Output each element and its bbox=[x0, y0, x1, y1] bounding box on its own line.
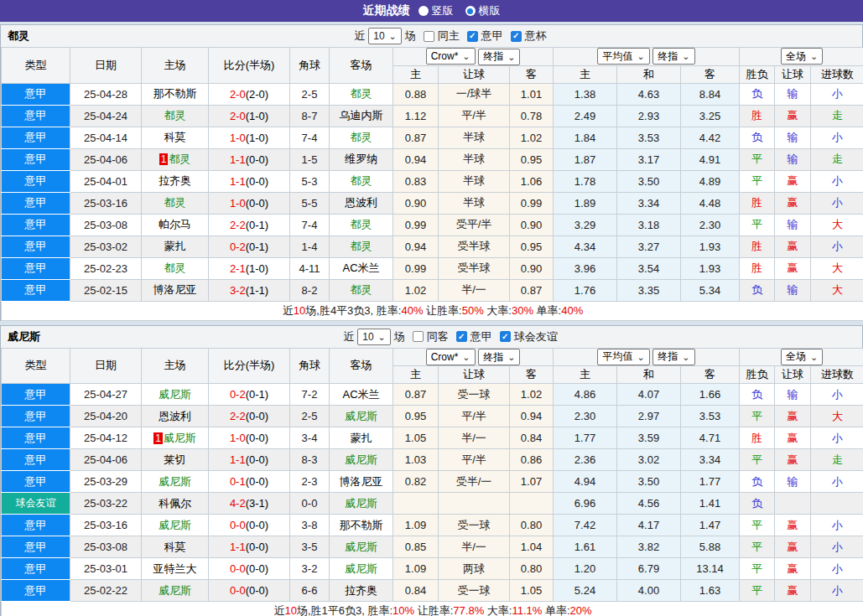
home-team-name[interactable]: 都灵 bbox=[164, 261, 186, 274]
match-type-cell: 意甲 bbox=[2, 192, 70, 214]
odds-time-select[interactable]: 终指⌄ bbox=[478, 349, 520, 365]
home-team-name[interactable]: 帕尔马 bbox=[159, 218, 191, 230]
serie-a-checkbox[interactable]: ✓ bbox=[456, 331, 467, 342]
away-team-name[interactable]: 那不勒斯 bbox=[340, 519, 383, 531]
away-team-name[interactable]: 恩波利 bbox=[345, 196, 377, 209]
home-team-name[interactable]: 威尼斯 bbox=[159, 584, 191, 597]
home-team-name[interactable]: 都灵 bbox=[169, 153, 190, 165]
avg-away-odds-cell: 4.42 bbox=[681, 127, 740, 148]
home-team-name[interactable]: 威尼斯 bbox=[159, 388, 191, 401]
corner-cell: 1-5 bbox=[290, 148, 330, 170]
home-team-cell: 莱切 bbox=[142, 449, 209, 471]
away-team-name[interactable]: 都灵 bbox=[351, 87, 372, 100]
match-date-cell: 25-04-06 bbox=[70, 148, 142, 170]
handicap-away-odds-cell: 1.07 bbox=[510, 471, 554, 493]
avg-draw-odds-cell: 2.97 bbox=[617, 406, 681, 427]
avg-away-odds-cell: 1.93 bbox=[681, 236, 740, 257]
home-team-name[interactable]: 科莫 bbox=[164, 131, 186, 143]
home-team-cell: 帕尔马 bbox=[142, 214, 209, 236]
away-team-name[interactable]: 乌迪内斯 bbox=[340, 109, 383, 122]
sub-header-avg-draw: 和 bbox=[617, 65, 681, 83]
average-select[interactable]: 平均值⌄ bbox=[597, 349, 649, 365]
fulltime-score: 0-0 bbox=[230, 519, 246, 531]
away-team-name[interactable]: 都灵 bbox=[351, 218, 372, 230]
home-team-name[interactable]: 都灵 bbox=[164, 196, 186, 209]
away-team-name[interactable]: AC米兰 bbox=[342, 261, 379, 274]
home-team-name[interactable]: 博洛尼亚 bbox=[153, 283, 197, 296]
home-team-name[interactable]: 威尼斯 bbox=[159, 519, 191, 531]
home-team-cell: 恩波利 bbox=[142, 406, 209, 427]
home-team-name[interactable]: 亚特兰大 bbox=[153, 562, 197, 575]
radio-icon[interactable] bbox=[419, 6, 429, 16]
away-team-name[interactable]: 都灵 bbox=[351, 283, 372, 296]
radio-vertical-layout[interactable]: 竖版 bbox=[419, 3, 454, 18]
score-cell: 2-1(1-0) bbox=[209, 257, 290, 279]
away-team-name[interactable]: 都灵 bbox=[351, 174, 372, 187]
friendly-checkbox[interactable]: ✓ bbox=[500, 331, 511, 342]
avg-odds-time-select[interactable]: 终指⌄ bbox=[652, 48, 694, 65]
handicap-away-odds-cell: 0.90 bbox=[510, 214, 554, 236]
result-handicap-cell: 赢 bbox=[775, 536, 811, 558]
home-team-name[interactable]: 科莫 bbox=[164, 541, 186, 553]
avg-draw-odds-cell: 3.35 bbox=[617, 279, 681, 301]
away-team-name[interactable]: 威尼斯 bbox=[345, 410, 377, 422]
average-select[interactable]: 平均值⌄ bbox=[597, 48, 649, 65]
away-team-name[interactable]: 都灵 bbox=[351, 240, 372, 252]
corner-cell: 6-6 bbox=[290, 580, 330, 602]
avg-home-odds-cell: 4.86 bbox=[554, 384, 617, 406]
serie-a-checkbox[interactable]: ✓ bbox=[467, 31, 478, 42]
home-team-name[interactable]: 莱切 bbox=[164, 453, 186, 466]
coppa-italia-checkbox[interactable]: ✓ bbox=[511, 31, 522, 42]
layout-radio-group: 竖版 横版 bbox=[419, 3, 501, 18]
scope-select[interactable]: 全场⌄ bbox=[781, 349, 823, 365]
away-team-cell: 都灵 bbox=[330, 83, 393, 105]
bookmaker-select[interactable]: Crow*⌄ bbox=[426, 349, 476, 365]
away-team-name[interactable]: 威尼斯 bbox=[345, 497, 377, 510]
away-team-name[interactable]: AC米兰 bbox=[342, 388, 379, 401]
away-team-name[interactable]: 拉齐奥 bbox=[345, 584, 377, 597]
result-handicap-cell: 输 bbox=[775, 148, 811, 170]
odds-time-select[interactable]: 终指⌄ bbox=[478, 49, 520, 65]
avg-away-odds-cell: 3.34 bbox=[681, 449, 740, 471]
match-count-select[interactable]: 10 ⌄ bbox=[368, 28, 402, 44]
home-team-name[interactable]: 威尼斯 bbox=[164, 432, 196, 444]
match-count-value: 10 bbox=[362, 331, 373, 343]
home-team-name[interactable]: 蒙扎 bbox=[164, 240, 186, 252]
match-type-cell: 意甲 bbox=[2, 105, 70, 127]
avg-home-odds-cell: 6.96 bbox=[554, 493, 617, 515]
record-summary: 近10场,胜4平3负3, 胜率:40% 让胜率:50% 大率:30% 单率:40… bbox=[2, 301, 863, 320]
away-team-cell: 乌迪内斯 bbox=[330, 105, 393, 127]
home-team-name[interactable]: 拉齐奥 bbox=[159, 174, 191, 187]
same-away-checkbox[interactable]: ✓ bbox=[413, 331, 424, 342]
avg-odds-time-select[interactable]: 终指⌄ bbox=[652, 349, 694, 365]
away-team-cell: 威尼斯 bbox=[330, 449, 393, 471]
radio-icon[interactable] bbox=[465, 6, 476, 16]
away-team-name[interactable]: 威尼斯 bbox=[345, 541, 377, 553]
result-goals-cell: 走 bbox=[811, 148, 863, 170]
halftime-score: (1-1) bbox=[246, 284, 268, 297]
home-team-name[interactable]: 都灵 bbox=[164, 109, 186, 122]
radio-horizontal-layout[interactable]: 横版 bbox=[465, 3, 501, 18]
team-panel-venezia: 威尼斯 近 10 ⌄ 场 ✓ 同客 ✓ 意甲 ✓ 球会友谊 类型 日期 bbox=[0, 325, 863, 616]
same-home-checkbox[interactable]: ✓ bbox=[424, 31, 434, 42]
home-team-name[interactable]: 那不勒斯 bbox=[153, 87, 197, 100]
sub-header-goals: 进球数 bbox=[811, 65, 863, 83]
handicap-home-odds-cell: 1.12 bbox=[393, 105, 439, 127]
corner-cell: 7-2 bbox=[290, 384, 330, 406]
away-team-name[interactable]: 博洛尼亚 bbox=[340, 475, 383, 488]
scope-select[interactable]: 全场⌄ bbox=[781, 48, 823, 65]
away-team-name[interactable]: 威尼斯 bbox=[345, 453, 377, 466]
sub-header-away-odds: 客 bbox=[510, 65, 554, 83]
away-team-name[interactable]: 威尼斯 bbox=[345, 562, 377, 575]
home-team-name[interactable]: 科佩尔 bbox=[159, 497, 191, 510]
home-team-name[interactable]: 威尼斯 bbox=[159, 475, 191, 488]
fulltime-score: 1-0 bbox=[230, 432, 246, 444]
sub-header-home-odds: 主 bbox=[393, 65, 439, 83]
away-team-name[interactable]: 蒙扎 bbox=[351, 432, 372, 444]
away-team-name[interactable]: 维罗纳 bbox=[345, 153, 377, 165]
match-count-select[interactable]: 10 ⌄ bbox=[357, 329, 391, 345]
bookmaker-select[interactable]: Crow*⌄ bbox=[426, 48, 476, 65]
avg-away-odds-cell: 5.88 bbox=[681, 536, 740, 558]
away-team-name[interactable]: 都灵 bbox=[351, 131, 372, 143]
home-team-name[interactable]: 恩波利 bbox=[159, 410, 191, 422]
